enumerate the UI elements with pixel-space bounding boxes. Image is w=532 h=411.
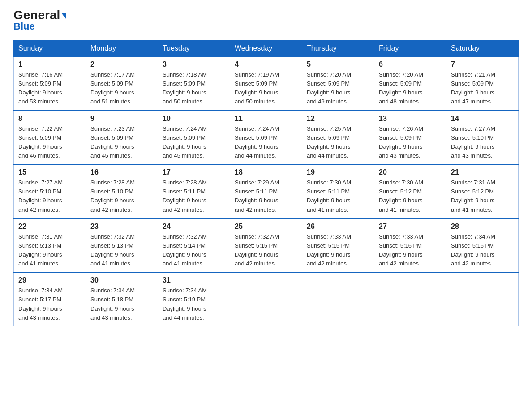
day-number: 8: [18, 115, 81, 123]
calendar-cell: 29Sunrise: 7:34 AMSunset: 5:17 PMDayligh…: [14, 272, 86, 326]
day-info: Sunrise: 7:32 AMSunset: 5:13 PMDaylight:…: [90, 232, 153, 269]
calendar-cell: 18Sunrise: 7:29 AMSunset: 5:11 PMDayligh…: [230, 164, 302, 218]
day-info: Sunrise: 7:22 AMSunset: 5:09 PMDaylight:…: [18, 124, 81, 161]
day-info: Sunrise: 7:30 AMSunset: 5:12 PMDaylight:…: [379, 178, 442, 214]
day-info: Sunrise: 7:24 AMSunset: 5:09 PMDaylight:…: [235, 124, 297, 161]
day-number: 20: [379, 168, 442, 176]
day-number: 5: [307, 60, 369, 68]
day-info: Sunrise: 7:31 AMSunset: 5:13 PMDaylight:…: [18, 232, 81, 269]
day-number: 15: [18, 168, 81, 176]
col-header-saturday: Saturday: [446, 41, 519, 57]
day-number: 31: [163, 276, 225, 284]
day-number: 7: [451, 60, 514, 68]
day-info: Sunrise: 7:18 AMSunset: 5:09 PMDaylight:…: [163, 70, 225, 107]
calendar-cell: 16Sunrise: 7:28 AMSunset: 5:10 PMDayligh…: [86, 164, 158, 218]
calendar-cell: 26Sunrise: 7:33 AMSunset: 5:15 PMDayligh…: [302, 218, 374, 273]
calendar-cell: [230, 272, 302, 326]
calendar-cell: 13Sunrise: 7:26 AMSunset: 5:09 PMDayligh…: [374, 111, 446, 165]
day-number: 17: [163, 168, 225, 176]
calendar-cell: 10Sunrise: 7:24 AMSunset: 5:09 PMDayligh…: [158, 111, 230, 165]
day-info: Sunrise: 7:20 AMSunset: 5:09 PMDaylight:…: [379, 70, 442, 107]
day-info: Sunrise: 7:34 AMSunset: 5:16 PMDaylight:…: [451, 232, 514, 269]
calendar-cell: 14Sunrise: 7:27 AMSunset: 5:10 PMDayligh…: [446, 111, 519, 165]
day-info: Sunrise: 7:27 AMSunset: 5:10 PMDaylight:…: [18, 178, 81, 214]
logo-line1: General: [13, 9, 66, 21]
day-info: Sunrise: 7:32 AMSunset: 5:14 PMDaylight:…: [163, 232, 225, 269]
calendar-cell: 24Sunrise: 7:32 AMSunset: 5:14 PMDayligh…: [158, 218, 230, 273]
day-info: Sunrise: 7:28 AMSunset: 5:11 PMDaylight:…: [163, 178, 225, 214]
logo-line2: Blue: [13, 21, 35, 32]
week-row-4: 22Sunrise: 7:31 AMSunset: 5:13 PMDayligh…: [14, 218, 519, 273]
day-info: Sunrise: 7:16 AMSunset: 5:09 PMDaylight:…: [18, 70, 81, 107]
day-info: Sunrise: 7:32 AMSunset: 5:15 PMDaylight:…: [235, 232, 297, 269]
day-info: Sunrise: 7:30 AMSunset: 5:11 PMDaylight:…: [307, 178, 369, 214]
day-info: Sunrise: 7:25 AMSunset: 5:09 PMDaylight:…: [307, 124, 369, 161]
day-number: 24: [163, 223, 225, 231]
calendar-cell: 2Sunrise: 7:17 AMSunset: 5:09 PMDaylight…: [86, 56, 158, 111]
day-number: 26: [307, 223, 369, 231]
calendar-header-row: SundayMondayTuesdayWednesdayThursdayFrid…: [14, 41, 519, 57]
day-info: Sunrise: 7:24 AMSunset: 5:09 PMDaylight:…: [163, 124, 225, 161]
calendar-cell: [446, 272, 519, 326]
day-number: 4: [235, 60, 297, 68]
day-number: 9: [90, 115, 153, 123]
day-info: Sunrise: 7:33 AMSunset: 5:16 PMDaylight:…: [379, 232, 442, 269]
calendar-cell: 5Sunrise: 7:20 AMSunset: 5:09 PMDaylight…: [302, 56, 374, 111]
day-number: 18: [235, 168, 297, 176]
col-header-tuesday: Tuesday: [158, 41, 230, 57]
week-row-2: 8Sunrise: 7:22 AMSunset: 5:09 PMDaylight…: [14, 111, 519, 165]
day-number: 16: [90, 168, 153, 176]
page-header: General Blue: [13, 9, 519, 32]
day-info: Sunrise: 7:34 AMSunset: 5:17 PMDaylight:…: [18, 286, 81, 322]
day-info: Sunrise: 7:33 AMSunset: 5:15 PMDaylight:…: [307, 232, 369, 269]
day-number: 3: [163, 60, 225, 68]
calendar-cell: 20Sunrise: 7:30 AMSunset: 5:12 PMDayligh…: [374, 164, 446, 218]
col-header-monday: Monday: [86, 41, 158, 57]
day-number: 25: [235, 223, 297, 231]
calendar-cell: 30Sunrise: 7:34 AMSunset: 5:18 PMDayligh…: [86, 272, 158, 326]
day-info: Sunrise: 7:21 AMSunset: 5:09 PMDaylight:…: [451, 70, 514, 107]
calendar-cell: 28Sunrise: 7:34 AMSunset: 5:16 PMDayligh…: [446, 218, 519, 273]
day-number: 28: [451, 223, 514, 231]
day-info: Sunrise: 7:29 AMSunset: 5:11 PMDaylight:…: [235, 178, 297, 214]
calendar-cell: 23Sunrise: 7:32 AMSunset: 5:13 PMDayligh…: [86, 218, 158, 273]
calendar-cell: 12Sunrise: 7:25 AMSunset: 5:09 PMDayligh…: [302, 111, 374, 165]
day-number: 29: [18, 276, 81, 284]
day-number: 30: [90, 276, 153, 284]
calendar-cell: 11Sunrise: 7:24 AMSunset: 5:09 PMDayligh…: [230, 111, 302, 165]
calendar-cell: 19Sunrise: 7:30 AMSunset: 5:11 PMDayligh…: [302, 164, 374, 218]
day-number: 19: [307, 168, 369, 176]
calendar-cell: 17Sunrise: 7:28 AMSunset: 5:11 PMDayligh…: [158, 164, 230, 218]
day-number: 6: [379, 60, 442, 68]
day-info: Sunrise: 7:27 AMSunset: 5:10 PMDaylight:…: [451, 124, 514, 161]
calendar-cell: 25Sunrise: 7:32 AMSunset: 5:15 PMDayligh…: [230, 218, 302, 273]
day-number: 14: [451, 115, 514, 123]
calendar-table: SundayMondayTuesdayWednesdayThursdayFrid…: [13, 40, 519, 326]
calendar-cell: [374, 272, 446, 326]
day-number: 13: [379, 115, 442, 123]
calendar-cell: 6Sunrise: 7:20 AMSunset: 5:09 PMDaylight…: [374, 56, 446, 111]
logo: General Blue: [13, 9, 66, 32]
calendar-cell: 15Sunrise: 7:27 AMSunset: 5:10 PMDayligh…: [14, 164, 86, 218]
col-header-thursday: Thursday: [302, 41, 374, 57]
col-header-wednesday: Wednesday: [230, 41, 302, 57]
day-number: 11: [235, 115, 297, 123]
day-info: Sunrise: 7:17 AMSunset: 5:09 PMDaylight:…: [90, 70, 153, 107]
day-info: Sunrise: 7:26 AMSunset: 5:09 PMDaylight:…: [379, 124, 442, 161]
calendar-cell: 22Sunrise: 7:31 AMSunset: 5:13 PMDayligh…: [14, 218, 86, 273]
calendar-cell: 7Sunrise: 7:21 AMSunset: 5:09 PMDaylight…: [446, 56, 519, 111]
calendar-cell: 4Sunrise: 7:19 AMSunset: 5:09 PMDaylight…: [230, 56, 302, 111]
week-row-1: 1Sunrise: 7:16 AMSunset: 5:09 PMDaylight…: [14, 56, 519, 111]
day-number: 23: [90, 223, 153, 231]
day-number: 2: [90, 60, 153, 68]
day-number: 22: [18, 223, 81, 231]
week-row-5: 29Sunrise: 7:34 AMSunset: 5:17 PMDayligh…: [14, 272, 519, 326]
day-info: Sunrise: 7:31 AMSunset: 5:12 PMDaylight:…: [451, 178, 514, 214]
calendar-cell: 31Sunrise: 7:34 AMSunset: 5:19 PMDayligh…: [158, 272, 230, 326]
calendar-cell: 3Sunrise: 7:18 AMSunset: 5:09 PMDaylight…: [158, 56, 230, 111]
day-number: 27: [379, 223, 442, 231]
week-row-3: 15Sunrise: 7:27 AMSunset: 5:10 PMDayligh…: [14, 164, 519, 218]
calendar-cell: 8Sunrise: 7:22 AMSunset: 5:09 PMDaylight…: [14, 111, 86, 165]
calendar-cell: 1Sunrise: 7:16 AMSunset: 5:09 PMDaylight…: [14, 56, 86, 111]
day-info: Sunrise: 7:28 AMSunset: 5:10 PMDaylight:…: [90, 178, 153, 214]
